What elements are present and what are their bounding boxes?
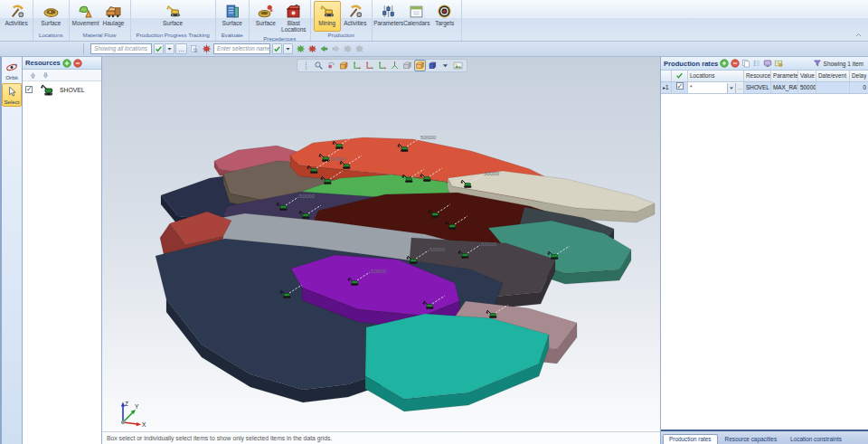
export-grid-icon[interactable] <box>774 59 783 68</box>
ribbon-button-label: Surface <box>222 20 242 26</box>
svg-text:50000: 50000 <box>484 170 500 176</box>
view-plane-xz-icon[interactable] <box>363 60 375 71</box>
ribbon-button-label: Surface <box>41 20 61 26</box>
ribbon-button-label: Activities <box>5 20 27 26</box>
render-mode-dropdown-icon[interactable] <box>439 60 451 71</box>
orbit-icon <box>5 61 18 73</box>
fit-view-icon[interactable] <box>338 60 350 71</box>
delay-cell[interactable]: 0 <box>850 82 868 93</box>
value-cell[interactable]: 50000 <box>798 82 816 93</box>
ribbon-collapse-icon[interactable] <box>854 32 863 39</box>
apply-selection-icon[interactable] <box>272 43 282 54</box>
tab-production-rates[interactable]: Production rates <box>663 434 718 444</box>
ribbon-button-label: Movement <box>72 20 99 26</box>
calendars-icon <box>409 4 424 19</box>
drag-handle-icon[interactable] <box>300 60 312 71</box>
highlight-locations-icon[interactable] <box>202 43 212 54</box>
ribbon-button-activities[interactable]: Activities <box>3 1 30 32</box>
ribbon-button-label: Activities <box>344 20 366 26</box>
ribbon-button-surface[interactable]: Surface <box>252 1 279 35</box>
filter-icon[interactable] <box>813 59 822 68</box>
resources-cell[interactable]: SHOVEL <box>744 82 771 93</box>
snapshot-icon[interactable] <box>452 60 464 71</box>
production-rates-panel: Production rates Showing 1 item Location… <box>660 57 868 444</box>
shaded-view-icon[interactable] <box>414 60 426 71</box>
remove-selection-icon[interactable] <box>307 43 317 54</box>
row-check-cell[interactable] <box>672 82 688 93</box>
ribbon: ActivitiesSurfaceLocationsMovementHaulag… <box>0 0 868 42</box>
ribbon-group: SurfaceLocations <box>33 0 70 41</box>
ribbon-button-label: Parameters <box>373 20 403 26</box>
haulage-icon <box>106 4 121 19</box>
ribbon-button-surface[interactable]: Surface <box>159 1 186 32</box>
svg-text:50000: 50000 <box>371 268 387 274</box>
move-down-icon[interactable] <box>42 71 50 80</box>
axis-z-label: Z <box>125 401 128 407</box>
table-row[interactable]: ▸1 * … SHOVEL MAX_RATE 50000 0 <box>661 82 868 94</box>
browse-locations-button[interactable]: … <box>175 43 187 54</box>
preview-locations-icon[interactable] <box>189 43 199 54</box>
select-tool[interactable]: Select <box>2 83 22 107</box>
locations-filter-dropdown-icon[interactable] <box>165 43 175 54</box>
saved-selection-1-icon[interactable] <box>343 43 353 54</box>
locations-dropdown-icon[interactable] <box>727 83 735 93</box>
date-event-cell[interactable] <box>816 82 850 93</box>
show-axes-icon[interactable] <box>389 60 401 71</box>
ribbon-button-calendars[interactable]: Calendars <box>403 1 430 32</box>
tab-resource-capacities[interactable]: Resource capacities <box>719 434 784 444</box>
targets-icon <box>437 4 452 19</box>
ribbon-button-parameters[interactable]: Parameters <box>375 1 402 32</box>
remove-resource-icon[interactable] <box>73 59 82 68</box>
grid-header: LocationsResourcesParameterValueDate/eve… <box>661 71 868 82</box>
render-mode-icon[interactable] <box>427 60 439 71</box>
copy-rates-icon[interactable] <box>741 59 750 68</box>
viewport-3d[interactable]: 50000500005000050000500005000050000 Z Y … <box>102 57 660 444</box>
pan-icon <box>43 4 59 19</box>
view-toolstrip: Orbit Select <box>0 57 23 444</box>
ribbon-button-surface[interactable]: Surface <box>37 1 64 32</box>
ribbon-button-targets[interactable]: Targets <box>431 1 458 32</box>
ribbon-group-label: Production <box>314 32 369 41</box>
view-plane-xy-icon[interactable] <box>351 60 363 71</box>
zoom-select-icon[interactable] <box>313 60 325 71</box>
ribbon-group: SurfaceProduction Progress Tracking <box>131 0 216 41</box>
resource-checkbox[interactable] <box>25 86 33 93</box>
rotate-view-icon[interactable] <box>326 60 337 71</box>
selection-dropdown-icon[interactable] <box>283 43 293 54</box>
locations-cell[interactable]: * … <box>688 82 744 93</box>
ribbon-button-blast-locations[interactable]: Blast Locations <box>280 1 307 35</box>
select-label: Select <box>4 99 19 105</box>
ribbon-button-surface[interactable]: Surface <box>219 1 246 32</box>
list-item[interactable]: SHOVEL <box>23 81 101 98</box>
parameter-cell[interactable]: MAX_RATE <box>771 82 798 93</box>
orbit-tool[interactable]: Orbit <box>2 59 22 82</box>
viewport-toolbar <box>297 59 467 72</box>
chart-view-icon[interactable] <box>763 59 772 68</box>
ribbon-group-label: Precedences <box>252 35 307 42</box>
locations-filter-combo[interactable]: Showing all locations <box>90 43 152 54</box>
tab-location-constraints[interactable]: Location constraints <box>784 434 848 444</box>
remove-rate-icon[interactable] <box>731 59 740 68</box>
orbit-label: Orbit <box>5 74 17 80</box>
add-resource-icon[interactable] <box>62 59 71 68</box>
list-view-icon[interactable] <box>752 59 761 68</box>
column-header-delay: Delay <box>850 71 868 81</box>
apply-locations-filter-icon[interactable] <box>154 43 164 54</box>
add-rate-icon[interactable] <box>720 59 729 68</box>
ribbon-button-movement[interactable]: Movement <box>72 1 99 32</box>
wireframe-view-icon[interactable] <box>401 60 413 71</box>
ribbon-button-haulage[interactable]: Haulage <box>100 1 127 32</box>
pan2-icon <box>258 4 273 19</box>
next-selection-icon[interactable] <box>331 43 341 54</box>
selection-names-combo[interactable]: Enter selection names <box>213 43 270 54</box>
row-checkbox[interactable] <box>676 82 684 90</box>
axis-x-label: X <box>142 421 146 428</box>
view-plane-yz-icon[interactable] <box>376 60 388 71</box>
previous-selection-icon[interactable] <box>319 43 329 54</box>
saved-selection-2-icon[interactable] <box>354 43 364 54</box>
locations-browse-icon[interactable]: … <box>735 83 743 93</box>
ribbon-button-mining[interactable]: Mining <box>314 1 341 32</box>
add-selection-icon[interactable] <box>296 43 306 54</box>
ribbon-button-activities[interactable]: Activities <box>342 1 369 32</box>
move-up-icon[interactable] <box>29 71 37 80</box>
